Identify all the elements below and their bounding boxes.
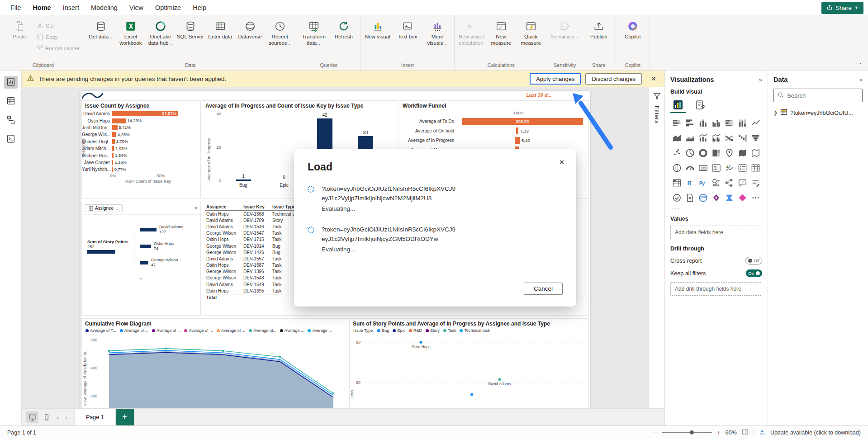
bar-yurii-nyshch[interactable]: Yurii Nyshch...0,77%	[82, 166, 200, 173]
share-button[interactable]: Share ▼	[821, 2, 863, 14]
bar-jane-cooper[interactable]: Jane Cooper1,16%	[82, 159, 200, 166]
power-apps-icon[interactable]	[711, 192, 722, 203]
menu-help[interactable]: Help	[187, 0, 212, 15]
ribbon-chart-icon[interactable]	[724, 132, 735, 143]
ribbon-quick-measure-button[interactable]: Quick measure	[517, 17, 545, 46]
bar-michael-rus[interactable]: Michael Rus...1,54%	[82, 152, 200, 159]
menu-insert[interactable]: Insert	[57, 0, 85, 15]
q-and-a-icon[interactable]: ?	[737, 177, 749, 188]
ribbon-collapse-chevron-icon[interactable]: ⌃	[859, 62, 863, 67]
gauge-icon[interactable]	[684, 162, 696, 173]
funnel-chart-icon[interactable]	[750, 132, 762, 143]
add-data-fields-well[interactable]: Add data fields here	[670, 226, 762, 239]
scorecard-icon[interactable]	[737, 192, 749, 203]
ribbon-dataverse-button[interactable]: Dataverse	[236, 17, 265, 40]
visual-decomposition-tree[interactable]: Assignee ⌄✕ Sum of Story Points252 David…	[81, 202, 201, 316]
legend-item[interactable]: Average of ...	[120, 328, 148, 333]
legend-item[interactable]: Task	[443, 328, 456, 333]
metrics-icon[interactable]	[671, 192, 683, 203]
menu-modeling[interactable]: Modeling	[85, 0, 123, 15]
visual-story-points-scatter[interactable]: Sum of Story Points and Average of In Pr…	[349, 318, 589, 408]
ribbon-sensitivity-button[interactable]: Sensitivity ⌄	[550, 17, 579, 40]
legend-item[interactable]: Average of ...	[152, 328, 180, 333]
matrix-icon[interactable]	[671, 177, 683, 188]
zoom-slider[interactable]	[662, 430, 712, 435]
100-stacked-column-chart-icon[interactable]	[737, 118, 749, 128]
decomposition-tree-icon[interactable]	[724, 177, 735, 188]
collapse-visualizations-icon[interactable]: »	[759, 76, 762, 83]
fit-to-page-icon[interactable]	[742, 429, 749, 437]
waterfall-chart-icon[interactable]	[737, 132, 749, 143]
page-tab-page1[interactable]: Page 1	[74, 409, 116, 425]
ribbon-new-measure-button[interactable]: #New measure	[487, 17, 516, 46]
ribbon-onelake-data-hub-button[interactable]: OneLake data hub ⌄	[146, 17, 175, 46]
menu-file[interactable]: File	[5, 0, 27, 15]
desktop-layout-icon[interactable]	[26, 411, 38, 423]
clustered-column-chart-icon[interactable]	[711, 118, 722, 128]
ribbon-sql-server-button[interactable]: SQL Server	[176, 17, 205, 40]
table-icon[interactable]	[750, 162, 762, 173]
ribbon-copy-button[interactable]: Copy	[37, 33, 80, 41]
ribbon-paste-button[interactable]: Paste	[5, 17, 34, 40]
bar-ostin-hops[interactable]: Ostin Hops14,29%	[82, 117, 200, 124]
ribbon-format-painter-button[interactable]: Format painter	[37, 44, 80, 52]
banner-close-icon[interactable]: ✕	[651, 75, 656, 82]
legend-item[interactable]: Bug	[377, 328, 389, 333]
update-available-link[interactable]: Update available (click to download)	[770, 430, 861, 436]
cancel-button[interactable]: Cancel	[524, 283, 563, 295]
zoom-out-icon[interactable]: −	[653, 429, 657, 436]
line-and-stacked-column-chart-icon[interactable]	[697, 132, 709, 143]
more-options-icon[interactable]	[750, 192, 762, 203]
more-visual-options-icon[interactable]: ...	[672, 205, 762, 209]
data-table-item[interactable]: ❯ ?token=eyJhbGciOiJIU...	[773, 109, 863, 117]
funnel-average-of-to-do[interactable]: Average of To Do395,53	[399, 117, 588, 126]
ribbon-recent-sources-button[interactable]: Recent sources ⌄	[266, 17, 294, 46]
line-and-clustered-column-chart-icon[interactable]	[711, 132, 722, 143]
filters-panel-collapsed[interactable]: Filters	[649, 87, 664, 408]
remove-field-icon[interactable]: ✕	[194, 206, 198, 211]
legend-item[interactable]: Average of ...	[217, 328, 245, 333]
tree-root-node[interactable]: Sum of Story Points252	[82, 239, 129, 254]
legend-item[interactable]: R&D	[409, 328, 422, 333]
legend-item[interactable]: Average of...	[249, 328, 276, 333]
data-search-input[interactable]: Search	[773, 89, 863, 102]
column-bug[interactable]	[236, 179, 251, 181]
stacked-column-chart-icon[interactable]	[697, 118, 709, 128]
collapse-data-panel-icon[interactable]: »	[859, 76, 863, 83]
legend-item[interactable]: Technical task	[460, 328, 490, 333]
tree-node-george-wilson[interactable]: George Wilson47	[140, 258, 183, 268]
ribbon-get-data-button[interactable]: Get data ⌄	[86, 17, 115, 40]
ribbon-excel-workbook-button[interactable]: Excel workbook	[116, 17, 145, 46]
ribbon-new-visual-button[interactable]: New visual	[363, 17, 392, 40]
dialog-close-icon[interactable]: ✕	[559, 158, 564, 166]
stacked-bar-chart-icon[interactable]	[671, 118, 683, 128]
prev-page-icon[interactable]: ‹	[54, 413, 61, 421]
pie-chart-icon[interactable]	[684, 147, 696, 158]
treemap-icon[interactable]	[711, 147, 722, 158]
ribbon-enter-data-button[interactable]: Enter data	[206, 17, 235, 40]
keep-all-filters-toggle[interactable]: On	[746, 269, 762, 277]
menu-optimize[interactable]: Optimize	[149, 0, 187, 15]
kpi-icon[interactable]: 42	[724, 162, 735, 173]
tree-node-david-adams[interactable]: David Adams127	[140, 225, 183, 235]
zoom-in-icon[interactable]: +	[717, 429, 721, 436]
ribbon-publish-button[interactable]: Publish	[584, 17, 613, 40]
card-icon[interactable]: 123	[697, 162, 709, 173]
legend-item[interactable]: Epic	[393, 328, 405, 333]
100-stacked-bar-chart-icon[interactable]	[724, 118, 735, 128]
python-visual-icon[interactable]: Py	[697, 177, 709, 188]
legend-item[interactable]: Average of ...	[184, 328, 213, 333]
legend-item[interactable]: Story	[426, 328, 440, 333]
table-view-button[interactable]	[4, 95, 18, 108]
mobile-layout-icon[interactable]	[40, 411, 52, 423]
ribbon-new-visual-calculation-button[interactable]: fxNew visual calculation	[457, 17, 486, 46]
area-chart-icon[interactable]	[671, 132, 683, 143]
ribbon-more-visuals-button[interactable]: More visuals ⌄	[423, 17, 452, 46]
tree-node-ostin-hops[interactable]: Ostin Hops74	[140, 241, 183, 252]
stacked-area-chart-icon[interactable]	[684, 132, 696, 143]
visual-issue-count-by-assignee[interactable]: Issue Count by Assignee AssigneeDavid Ad…	[81, 100, 201, 199]
ribbon-cut-button[interactable]: Cut	[37, 22, 80, 29]
build-visual-tab[interactable]	[670, 99, 686, 113]
smart-narrative-icon[interactable]	[750, 177, 762, 188]
map-icon[interactable]	[724, 147, 735, 158]
